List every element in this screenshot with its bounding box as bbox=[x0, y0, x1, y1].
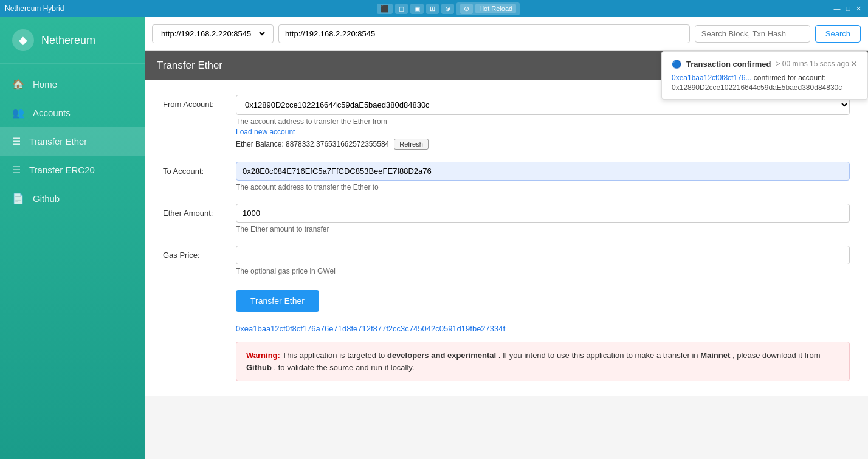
notification-body: 0xea1baa12cf0f8cf176... confirmed for ac… bbox=[672, 74, 858, 92]
hot-reload-button[interactable]: ⊘ Hot Reload bbox=[456, 2, 520, 15]
gas-price-input[interactable] bbox=[236, 246, 850, 264]
top-bar: http://192.168.2.220:8545 Search 🔵 Trans… bbox=[145, 17, 868, 51]
toolbar-icon-5[interactable]: ⊗ bbox=[441, 4, 454, 14]
notification-account: 0x12890D2cce102216644c59daE5baed380d8483… bbox=[672, 83, 858, 92]
transfer-btn-row: Transfer Ether bbox=[163, 288, 850, 312]
sidebar-item-label: Transfer ERC20 bbox=[29, 165, 95, 175]
notification-title: 🔵 Transaction confirmed > 00 mins 15 sec… bbox=[672, 60, 849, 69]
url-dropdown[interactable]: http://192.168.2.220:8545 bbox=[159, 29, 267, 39]
search-button[interactable]: Search bbox=[815, 25, 861, 43]
notification-confirmed: Transaction confirmed bbox=[686, 60, 771, 69]
title-bar: Nethereum Hybrid ⬛ ◻ ▣ ⊞ ⊗ ⊘ Hot Reload … bbox=[0, 0, 868, 17]
gas-price-field: The optional gas price in GWei bbox=[236, 246, 850, 275]
warning-text4: , to validate the source and run it loca… bbox=[274, 363, 415, 372]
sidebar-item-transfer-ether[interactable]: ☰ Transfer Ether bbox=[0, 127, 145, 156]
toolbar-icons: ⬛ ◻ ▣ ⊞ ⊗ ⊘ Hot Reload bbox=[377, 2, 520, 15]
warning-bold2: Mainnet bbox=[700, 351, 730, 360]
page-content: Transfer Ether From Account: 0x12890D2cc… bbox=[145, 51, 868, 459]
warning-box: Warning: This application is targeted to… bbox=[236, 342, 850, 381]
sidebar-logo: ◆ Nethereum bbox=[0, 17, 145, 64]
notification-header: 🔵 Transaction confirmed > 00 mins 15 sec… bbox=[672, 59, 858, 69]
github-icon: 📄 bbox=[12, 193, 24, 204]
balance-row: Ether Balance: 8878332.37653166257235558… bbox=[236, 139, 850, 150]
main-content: http://192.168.2.220:8545 Search 🔵 Trans… bbox=[145, 17, 868, 459]
ether-balance-text: Ether Balance: 8878332.37653166257235558… bbox=[236, 140, 389, 148]
url-input[interactable] bbox=[278, 24, 690, 43]
home-icon: 🏠 bbox=[12, 78, 24, 90]
sidebar-item-home[interactable]: 🏠 Home bbox=[0, 70, 145, 98]
warning-label: Warning: bbox=[246, 351, 280, 360]
close-button[interactable]: ✕ bbox=[855, 4, 863, 13]
transfer-erc20-icon: ☰ bbox=[12, 164, 21, 176]
app-title: Nethereum Hybrid bbox=[5, 4, 64, 13]
transfer-ether-icon: ☰ bbox=[12, 136, 21, 147]
minimize-button[interactable]: — bbox=[833, 4, 841, 13]
notification-icon: 🔵 bbox=[672, 60, 681, 69]
sidebar: ◆ Nethereum 🏠 Home 👥 Accounts ☰ Transfer… bbox=[0, 17, 145, 459]
from-account-row: From Account: 0x12890D2cce102216644c59da… bbox=[163, 95, 850, 150]
sidebar-item-accounts[interactable]: 👥 Accounts bbox=[0, 98, 145, 127]
gas-price-row: Gas Price: The optional gas price in GWe… bbox=[163, 246, 850, 275]
to-account-field: The account address to transfer the Ethe… bbox=[236, 162, 850, 192]
search-input[interactable] bbox=[695, 25, 810, 43]
notification-confirmed-for: confirmed for account: bbox=[754, 74, 826, 82]
warning-text2: . If you intend to use this application … bbox=[498, 351, 700, 360]
tx-hash-link[interactable]: 0xea1baa12cf0f8cf176a76e71d8fe712f877f2c… bbox=[236, 324, 850, 333]
load-new-account-link[interactable]: Load new account bbox=[236, 128, 295, 136]
sidebar-item-label: Accounts bbox=[33, 108, 71, 118]
app-layout: ◆ Nethereum 🏠 Home 👥 Accounts ☰ Transfer… bbox=[0, 17, 868, 459]
sidebar-nav: 🏠 Home 👥 Accounts ☰ Transfer Ether ☰ Tra… bbox=[0, 70, 145, 213]
to-account-label: To Account: bbox=[163, 162, 236, 176]
toolbar-icon-4[interactable]: ⊞ bbox=[426, 4, 439, 14]
to-account-row: To Account: The account address to trans… bbox=[163, 162, 850, 192]
notification-time: > 00 mins 15 secs ago bbox=[776, 60, 849, 68]
from-account-hint: The account address to transfer the Ethe… bbox=[236, 117, 850, 126]
toolbar-icon-1[interactable]: ⬛ bbox=[377, 4, 393, 14]
notification-hash: 0xea1baa12cf0f8cf176... bbox=[672, 74, 751, 82]
sidebar-item-label: Home bbox=[33, 79, 57, 89]
transfer-ether-button[interactable]: Transfer Ether bbox=[236, 290, 319, 312]
sidebar-item-label: Github bbox=[33, 193, 60, 204]
toolbar-icon-3[interactable]: ▣ bbox=[410, 4, 424, 14]
url-dropdown-wrapper[interactable]: http://192.168.2.220:8545 bbox=[152, 24, 274, 43]
window-controls: — □ ✕ bbox=[833, 4, 863, 13]
hot-reload-icon: ⊘ bbox=[460, 4, 473, 14]
ether-amount-label: Ether Amount: bbox=[163, 204, 236, 218]
from-account-label: From Account: bbox=[163, 95, 236, 109]
notification-close-button[interactable]: ✕ bbox=[850, 59, 858, 69]
to-account-hint: The account address to transfer the Ethe… bbox=[236, 183, 850, 192]
gas-price-label: Gas Price: bbox=[163, 246, 236, 260]
ether-amount-hint: The Ether amount to transfer bbox=[236, 225, 850, 233]
to-account-input[interactable] bbox=[236, 162, 850, 181]
form-area: From Account: 0x12890D2cce102216644c59da… bbox=[145, 80, 868, 396]
warning-bold3: Github bbox=[246, 363, 272, 372]
ether-amount-field: The Ether amount to transfer bbox=[236, 204, 850, 233]
sidebar-item-label: Transfer Ether bbox=[29, 136, 87, 147]
page-title: Transfer Ether bbox=[157, 60, 222, 71]
warning-text3: , please download it from bbox=[732, 351, 821, 360]
accounts-icon: 👥 bbox=[12, 107, 24, 119]
refresh-button[interactable]: Refresh bbox=[394, 139, 429, 150]
tx-hash-container: 0xea1baa12cf0f8cf176a76e71d8fe712f877f2c… bbox=[163, 324, 850, 381]
warning-bold1: developers and experimental bbox=[387, 351, 496, 360]
from-account-field: 0x12890D2cce102216644c59daE5baed380d8483… bbox=[236, 95, 850, 150]
gas-price-hint: The optional gas price in GWei bbox=[236, 267, 850, 275]
ether-amount-input[interactable] bbox=[236, 204, 850, 223]
maximize-button[interactable]: □ bbox=[844, 4, 852, 13]
ether-amount-row: Ether Amount: The Ether amount to transf… bbox=[163, 204, 850, 233]
logo-icon: ◆ bbox=[12, 29, 34, 51]
toolbar-icon-2[interactable]: ◻ bbox=[395, 4, 408, 14]
warning-text1: This application is targeted to bbox=[282, 351, 387, 360]
notification-popup: 🔵 Transaction confirmed > 00 mins 15 sec… bbox=[661, 51, 868, 100]
sidebar-item-github[interactable]: 📄 Github bbox=[0, 184, 145, 213]
sidebar-app-name: Nethereum bbox=[41, 34, 95, 47]
hot-reload-label: Hot Reload bbox=[475, 4, 516, 13]
sidebar-item-transfer-erc20[interactable]: ☰ Transfer ERC20 bbox=[0, 156, 145, 184]
